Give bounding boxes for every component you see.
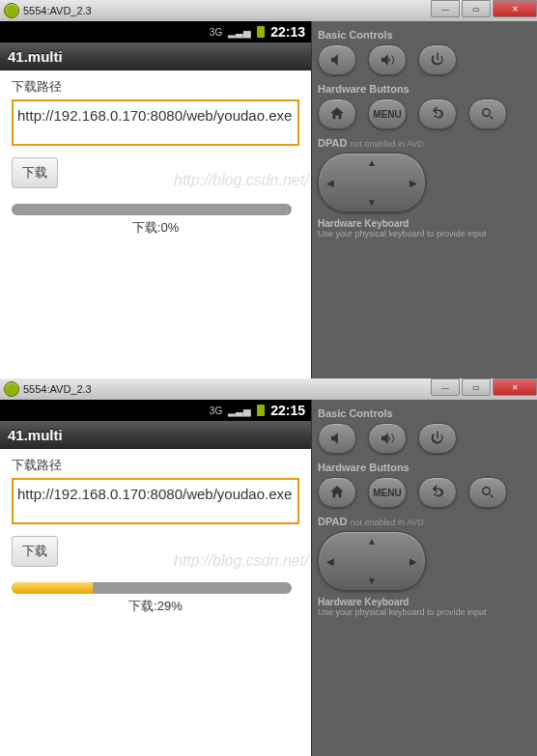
progress-text: 下载:29% bbox=[12, 598, 299, 615]
window-titlebar: 5554:AVD_2.3 — ▭ ✕ bbox=[0, 0, 537, 21]
battery-icon bbox=[257, 405, 265, 416]
window-title: 5554:AVD_2.3 bbox=[23, 5, 92, 16]
emulator-side-panel: Basic Controls Hardware Buttons MENU DPA… bbox=[312, 21, 537, 378]
dpad-note: not enabled in AVD bbox=[350, 518, 423, 527]
signal-icon: ▂▃▅ bbox=[228, 27, 251, 38]
dpad-left-icon: ◀ bbox=[326, 178, 334, 188]
basic-controls-title: Basic Controls bbox=[318, 407, 531, 419]
menu-button[interactable]: MENU bbox=[368, 477, 407, 508]
dpad-right-icon: ▶ bbox=[410, 556, 417, 567]
home-button[interactable] bbox=[318, 477, 356, 508]
android-icon bbox=[4, 381, 19, 397]
dpad-up-icon: ▲ bbox=[367, 536, 377, 546]
progress-bar bbox=[12, 204, 292, 215]
dpad-right-icon: ▶ bbox=[410, 178, 417, 188]
back-button[interactable] bbox=[418, 98, 457, 129]
clock: 22:13 bbox=[270, 24, 305, 40]
hardware-buttons-title: Hardware Buttons bbox=[318, 462, 531, 473]
close-button[interactable]: ✕ bbox=[493, 0, 537, 17]
menu-button[interactable]: MENU bbox=[368, 98, 407, 129]
volume-down-button[interactable] bbox=[318, 44, 356, 75]
minimize-button[interactable]: — bbox=[431, 378, 460, 396]
dpad[interactable]: ▲ ▼ ◀ ▶ bbox=[318, 153, 426, 212]
phone-screen: 3G ▂▃▅ 22:13 41.multi 下载路径 http://192.16… bbox=[0, 21, 312, 378]
data-icon: 3G bbox=[210, 406, 222, 416]
download-button[interactable]: 下载 bbox=[12, 157, 58, 188]
path-label: 下载路径 bbox=[12, 457, 299, 474]
hw-keyboard-sub: Use your physical keyboard to provide in… bbox=[318, 607, 531, 617]
signal-icon: ▂▃▅ bbox=[228, 406, 251, 416]
dpad-note: not enabled in AVD bbox=[350, 139, 423, 149]
url-input[interactable]: http://192.168.0.170:8080/web/youdao.exe bbox=[12, 99, 299, 146]
url-input[interactable]: http://192.168.0.170:8080/web/youdao.exe bbox=[12, 478, 299, 524]
status-bar: 3G ▂▃▅ 22:15 bbox=[0, 400, 311, 421]
status-bar: 3G ▂▃▅ 22:13 bbox=[0, 21, 311, 42]
dpad-down-icon: ▼ bbox=[367, 197, 377, 208]
dpad-left-icon: ◀ bbox=[326, 556, 334, 567]
hw-keyboard-sub: Use your physical keyboard to provide in… bbox=[318, 229, 531, 238]
volume-down-button[interactable] bbox=[318, 423, 356, 454]
hw-keyboard-title: Hardware Keyboard bbox=[318, 218, 531, 229]
volume-up-button[interactable] bbox=[368, 423, 407, 454]
data-icon: 3G bbox=[210, 27, 222, 38]
progress-bar bbox=[12, 582, 292, 594]
phone-screen: 3G ▂▃▅ 22:15 41.multi 下载路径 http://192.16… bbox=[0, 400, 312, 756]
hw-keyboard-title: Hardware Keyboard bbox=[318, 597, 531, 607]
window-title: 5554:AVD_2.3 bbox=[23, 383, 92, 395]
emulator-window: 5554:AVD_2.3 — ▭ ✕ 3G ▂▃▅ 22:15 41.multi… bbox=[0, 378, 537, 756]
app-title: 41.multi bbox=[0, 421, 311, 449]
dpad-up-icon: ▲ bbox=[367, 157, 377, 168]
download-button[interactable]: 下载 bbox=[12, 536, 58, 567]
dpad-label: DPAD bbox=[318, 137, 347, 149]
dpad-down-icon: ▼ bbox=[367, 575, 377, 586]
app-title: 41.multi bbox=[0, 42, 311, 70]
volume-up-button[interactable] bbox=[368, 44, 407, 75]
dpad[interactable]: ▲ ▼ ◀ ▶ bbox=[318, 531, 426, 591]
progress-text: 下载:0% bbox=[12, 219, 299, 237]
power-button[interactable] bbox=[418, 44, 457, 75]
basic-controls-title: Basic Controls bbox=[318, 29, 531, 41]
search-button[interactable] bbox=[468, 98, 507, 129]
clock: 22:15 bbox=[270, 403, 305, 418]
maximize-button[interactable]: ▭ bbox=[462, 0, 491, 17]
dpad-label: DPAD bbox=[318, 516, 347, 527]
battery-icon bbox=[257, 26, 265, 38]
search-button[interactable] bbox=[468, 477, 507, 508]
path-label: 下载路径 bbox=[12, 78, 299, 96]
maximize-button[interactable]: ▭ bbox=[462, 378, 491, 396]
home-button[interactable] bbox=[318, 98, 356, 129]
power-button[interactable] bbox=[418, 423, 457, 454]
window-titlebar: 5554:AVD_2.3 — ▭ ✕ bbox=[0, 378, 537, 400]
emulator-side-panel: Basic Controls Hardware Buttons MENU DPA… bbox=[312, 400, 537, 756]
minimize-button[interactable]: — bbox=[431, 0, 460, 17]
hardware-buttons-title: Hardware Buttons bbox=[318, 83, 531, 95]
emulator-window: 5554:AVD_2.3 — ▭ ✕ 3G ▂▃▅ 22:13 41.multi… bbox=[0, 0, 537, 378]
close-button[interactable]: ✕ bbox=[493, 378, 537, 396]
back-button[interactable] bbox=[418, 477, 457, 508]
android-icon bbox=[4, 3, 19, 18]
